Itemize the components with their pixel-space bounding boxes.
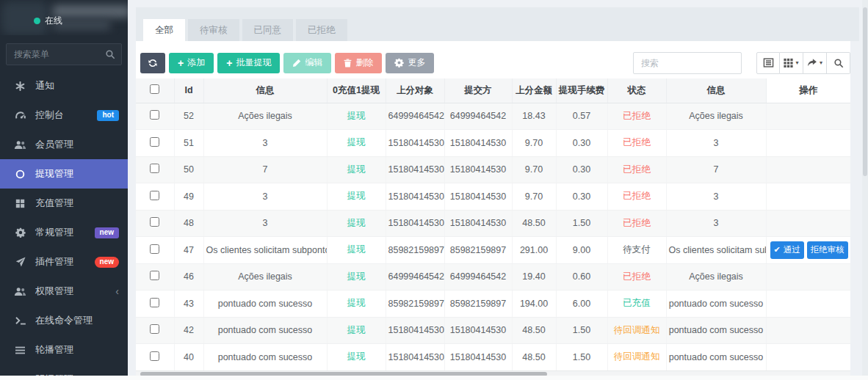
sidebar-item-members[interactable]: 会员管理 <box>0 130 128 159</box>
batch-withdraw-button[interactable]: +批量提现 <box>217 53 280 73</box>
export-icon <box>807 58 817 68</box>
cell-type[interactable]: 提现 <box>327 344 386 371</box>
cell-actions <box>766 344 850 371</box>
caret-down-icon: ▾ <box>795 59 798 66</box>
sidebar-item-carousel[interactable]: 轮播管理 <box>0 335 128 365</box>
status-badge: 已拒绝 <box>623 137 651 147</box>
column-header-4[interactable]: 提交方 <box>444 78 512 103</box>
cell-type[interactable]: 提现 <box>327 237 386 264</box>
refresh-button[interactable] <box>140 53 165 73</box>
cell-id: 42 <box>174 317 203 344</box>
edit-button[interactable]: 编辑 <box>283 53 331 73</box>
cell-info: Ações ilegais <box>666 263 766 291</box>
sidebar-item-details[interactable]: 明细管理 <box>0 365 128 376</box>
export-button[interactable]: ▾ <box>803 52 827 74</box>
delete-button[interactable]: 删除 <box>335 53 382 73</box>
withdraw-type-link[interactable]: 提现 <box>347 137 366 147</box>
withdraw-type-link[interactable]: 提现 <box>347 325 366 335</box>
tab-rejected[interactable]: 已拒绝 <box>296 19 347 41</box>
approve-button[interactable]: ✔通过 <box>770 241 804 259</box>
add-button[interactable]: +添加 <box>169 53 214 73</box>
user-panel[interactable]: 在线 <box>0 0 128 35</box>
cell-select <box>136 183 174 211</box>
cell-submitter: 15180414530 <box>444 183 512 211</box>
columns-icon <box>784 58 793 67</box>
cell-status: 已充值 <box>607 291 666 318</box>
sidebar-item-dashboard[interactable]: 控制台hot <box>0 101 128 130</box>
cell-type[interactable]: 提现 <box>327 210 386 237</box>
row-checkbox[interactable] <box>150 324 159 334</box>
withdraw-type-link[interactable]: 提现 <box>347 351 366 362</box>
withdraw-type-link[interactable]: 提现 <box>347 271 366 282</box>
menu-icon-slot <box>13 346 27 354</box>
cell-fee: 0.30 <box>556 156 607 183</box>
cell-info: pontuado com sucesso <box>666 317 766 344</box>
sidebar-item-notice[interactable]: 通知 <box>0 71 128 101</box>
column-header-6[interactable]: 提现手续费 <box>556 78 607 103</box>
select-all-checkbox[interactable] <box>150 84 159 94</box>
table-search-input[interactable] <box>633 52 742 74</box>
withdraw-type-link[interactable]: 提现 <box>347 218 366 228</box>
cell-select <box>136 317 174 344</box>
status-badge: 已拒绝 <box>623 191 651 201</box>
column-header-2[interactable]: 0充值1提现 <box>327 78 386 103</box>
cell-actions: ✔通过拒绝审核 <box>766 237 850 264</box>
sidebar-item-label: 通知 <box>35 79 54 92</box>
row-checkbox[interactable] <box>150 110 159 120</box>
cell-type[interactable]: 提现 <box>327 103 386 130</box>
sidebar-item-general[interactable]: 常规管理new <box>0 218 128 247</box>
check-icon: ✔ <box>774 245 781 255</box>
vertical-scrollbar[interactable] <box>862 0 868 376</box>
row-checkbox[interactable] <box>150 191 159 200</box>
row-checkbox[interactable] <box>150 244 159 254</box>
reject-review-button[interactable]: 拒绝审核 <box>807 241 848 259</box>
row-checkbox[interactable] <box>150 271 159 280</box>
sidebar-item-online-command[interactable]: 在线命令管理 <box>0 306 128 335</box>
columns-button[interactable]: ▾ <box>780 52 803 74</box>
toggle-pagination-button[interactable] <box>756 52 780 74</box>
cell-type[interactable]: 提现 <box>327 317 386 344</box>
cell-fee: 0.30 <box>556 183 607 211</box>
tab-all[interactable]: 全部 <box>143 19 185 41</box>
vertical-scrollbar-thumb[interactable] <box>863 7 867 176</box>
column-header-8[interactable]: 信息 <box>666 78 766 103</box>
cell-type[interactable]: 提现 <box>327 291 386 318</box>
cell-info: 3 <box>666 183 766 211</box>
withdraw-type-link[interactable]: 提现 <box>347 191 366 201</box>
row-checkbox[interactable] <box>150 164 159 173</box>
column-header-0[interactable]: Id <box>174 78 203 103</box>
sidebar-item-label: 在线命令管理 <box>35 314 93 327</box>
column-header-9[interactable]: 操作 <box>766 78 850 103</box>
cell-target: 85982159897 <box>386 237 444 264</box>
row-checkbox[interactable] <box>150 217 159 227</box>
advanced-search-button[interactable] <box>827 52 850 74</box>
cell-actions <box>766 291 850 318</box>
cell-status: 待支付 <box>607 237 666 264</box>
sidebar-item-auth[interactable]: 权限管理‹ <box>0 277 128 306</box>
tab-pending[interactable]: 待审核 <box>188 19 239 41</box>
cell-type[interactable]: 提现 <box>327 156 386 183</box>
row-checkbox[interactable] <box>150 298 159 307</box>
sidebar-item-recharge[interactable]: 充值管理 <box>0 189 128 218</box>
row-checkbox[interactable] <box>150 351 159 361</box>
withdraw-type-link[interactable]: 提现 <box>347 111 366 121</box>
sidebar-item-withdraw[interactable]: 提现管理 <box>0 159 128 189</box>
withdraw-type-link[interactable]: 提现 <box>347 164 366 175</box>
cell-amount: 9.70 <box>512 130 556 157</box>
trash-icon <box>344 59 352 67</box>
row-checkbox[interactable] <box>150 137 159 147</box>
column-header-1[interactable]: 信息 <box>203 78 327 103</box>
column-header-3[interactable]: 上分对象 <box>386 78 444 103</box>
column-header-7[interactable]: 状态 <box>607 78 666 103</box>
column-header-5[interactable]: 上分金额 <box>512 78 556 103</box>
tab-approved[interactable]: 已同意 <box>242 19 294 41</box>
withdraw-type-link[interactable]: 提现 <box>347 244 366 255</box>
cell-type[interactable]: 提现 <box>327 183 386 211</box>
withdraw-type-link[interactable]: 提现 <box>347 298 366 308</box>
sidebar-item-addons[interactable]: 插件管理new <box>0 247 128 277</box>
cell-type[interactable]: 提现 <box>327 263 386 291</box>
more-button[interactable]: 更多 <box>386 53 434 73</box>
cell-type[interactable]: 提现 <box>327 130 386 157</box>
cell-select <box>136 130 174 157</box>
cell-amount: 48.50 <box>512 317 556 344</box>
